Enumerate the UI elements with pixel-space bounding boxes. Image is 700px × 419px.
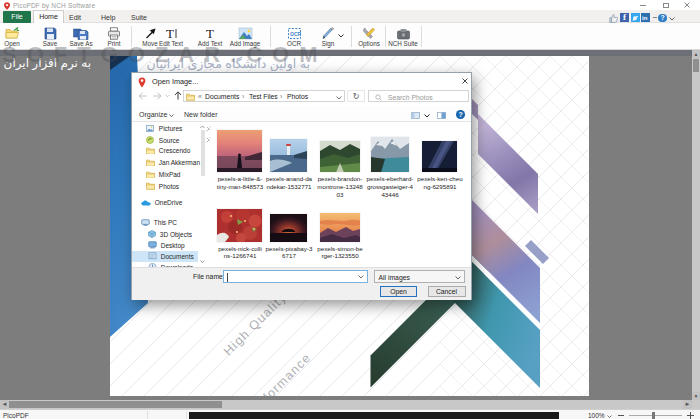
svg-text:T: T: [206, 27, 214, 40]
svg-text:OCR: OCR: [290, 31, 302, 37]
svg-text:T: T: [166, 27, 174, 40]
